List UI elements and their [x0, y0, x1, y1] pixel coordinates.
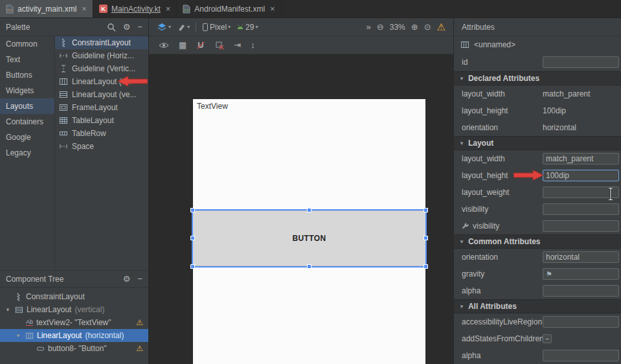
- palette-category-buttons[interactable]: Buttons: [0, 67, 54, 83]
- resize-handle[interactable]: [190, 208, 195, 212]
- palette-category-legacy[interactable]: Legacy: [0, 145, 54, 161]
- tree-item-button8[interactable]: button8- "Button" ⚠: [0, 342, 148, 355]
- autoconnect-off-icon[interactable]: [196, 41, 205, 50]
- section-common-attributes[interactable]: ▼ Common Attributes: [454, 234, 621, 249]
- section-all-attributes[interactable]: ▼ All Attributes: [454, 299, 621, 313]
- text-cursor: [607, 187, 614, 201]
- tab-mainactivity-kt[interactable]: K MainActivity.kt ×: [93, 0, 177, 17]
- tab-androidmanifest-xml[interactable]: <> AndroidManifest.xml ×: [177, 0, 281, 17]
- device-selector[interactable]: Pixel ▾: [202, 23, 231, 32]
- attr-row: visibility: [454, 218, 621, 234]
- attr-row: alpha: [454, 282, 621, 299]
- palette-category-containers[interactable]: Containers: [0, 114, 54, 130]
- tools-visibility-field[interactable]: [543, 220, 619, 232]
- section-collapse-icon[interactable]: ▼: [459, 141, 464, 146]
- orientation-field[interactable]: [543, 251, 619, 263]
- palette-category-text[interactable]: Text: [0, 52, 54, 67]
- section-declared-attributes[interactable]: ▼ Declared Attributes: [454, 71, 621, 85]
- kotlin-icon: K: [99, 5, 107, 13]
- palette-item-constraintlayout[interactable]: ConstraintLayout: [55, 36, 148, 49]
- palette-category-google[interactable]: Google: [0, 130, 54, 145]
- design-toolbar: ▾ ▾ Pixel ▾ 29 ▾ » ⊖ 33% ⊕ ⊙ ⚠: [149, 18, 453, 36]
- resize-handle[interactable]: [423, 264, 428, 269]
- chevron-down-icon[interactable]: ▼: [5, 307, 12, 313]
- dropdown-icon: ▾: [228, 24, 231, 30]
- canvas-textview[interactable]: TextView: [197, 102, 228, 111]
- surface-mode-icon[interactable]: ▾: [177, 23, 190, 32]
- palette-item-guideline-vertical[interactable]: Guideline (Vertic...: [55, 62, 148, 75]
- gravity-field[interactable]: ⚑: [543, 268, 619, 280]
- attr-value[interactable]: horizontal: [543, 123, 619, 132]
- api-level-selector[interactable]: 29 ▾: [236, 23, 258, 32]
- attr-value[interactable]: 100dip: [543, 106, 619, 115]
- section-layout[interactable]: ▼ Layout: [454, 136, 621, 150]
- attr-row: gravity ⚑: [454, 266, 621, 282]
- close-icon[interactable]: ×: [166, 5, 171, 13]
- palette-components: ConstraintLayout Guideline (Horiz... Gui…: [55, 36, 148, 270]
- visibility-field[interactable]: [543, 203, 619, 215]
- zoom-out-icon[interactable]: ⊖: [377, 23, 384, 31]
- expand-vertical-icon[interactable]: ↕: [251, 41, 255, 49]
- view-options-icon[interactable]: [159, 42, 169, 49]
- button-icon: [36, 345, 45, 353]
- tablelayout-icon: [59, 116, 68, 125]
- device-screen[interactable]: TextView BUTTON: [193, 99, 425, 364]
- tree-item-constraintlayout[interactable]: ConstraintLayout: [0, 290, 148, 303]
- warnings-icon[interactable]: ⚠: [437, 22, 446, 32]
- resize-handle[interactable]: [423, 236, 428, 240]
- section-collapse-icon[interactable]: ▼: [459, 304, 464, 310]
- framelayout-icon: [59, 103, 68, 112]
- section-collapse-icon[interactable]: ▼: [459, 239, 464, 245]
- zoom-to-fit-icon[interactable]: ⊙: [424, 23, 431, 31]
- alpha-all-field[interactable]: [543, 350, 619, 361]
- design-surface-icon[interactable]: ▾: [157, 23, 171, 32]
- layout-width-field[interactable]: [543, 153, 619, 165]
- blueprint-icon[interactable]: ▦: [179, 41, 186, 49]
- resize-handle[interactable]: [190, 264, 195, 269]
- palette-category-layouts[interactable]: Layouts: [0, 98, 54, 114]
- pack-icon[interactable]: ⇥: [234, 41, 241, 49]
- palette-item-tablerow[interactable]: TableRow: [55, 127, 148, 140]
- xml-file-icon: <>: [6, 5, 14, 14]
- close-icon[interactable]: ×: [82, 5, 87, 13]
- palette-category-common[interactable]: Common: [0, 36, 54, 52]
- clear-constraints-icon[interactable]: [215, 41, 224, 50]
- attr-row: layout_width: [454, 150, 621, 167]
- checkbox-indeterminate-icon[interactable]: −: [543, 334, 552, 343]
- zoom-in-icon[interactable]: ⊕: [411, 23, 418, 31]
- design-canvas[interactable]: TextView BUTTON: [149, 54, 453, 364]
- chevron-down-icon[interactable]: ▼: [16, 333, 22, 339]
- palette-item-space[interactable]: Space: [55, 140, 148, 153]
- attr-label: alpha: [462, 286, 543, 295]
- minimize-icon[interactable]: −: [137, 275, 142, 283]
- resize-handle[interactable]: [307, 264, 311, 269]
- tree-item-linearlayout-horizontal[interactable]: ▼ LinearLayout(horizontal): [0, 329, 148, 342]
- close-icon[interactable]: ×: [270, 5, 275, 13]
- palette-item-framelayout[interactable]: FrameLayout: [55, 101, 148, 114]
- minimize-icon[interactable]: −: [137, 23, 142, 31]
- tree-item-textview2[interactable]: Ab textView2- "TextView" ⚠: [0, 316, 148, 329]
- search-icon[interactable]: [107, 23, 116, 32]
- resize-handle[interactable]: [307, 208, 311, 212]
- resize-handle[interactable]: [190, 236, 195, 240]
- palette-item-guideline-horizontal[interactable]: Guideline (Horiz...: [55, 49, 148, 62]
- tab-activity-main-xml[interactable]: <> activity_main.xml ×: [0, 0, 93, 17]
- gear-icon[interactable]: ⚙: [123, 23, 131, 31]
- attr-value[interactable]: match_parent: [543, 89, 619, 98]
- overflow-icon[interactable]: »: [367, 23, 371, 31]
- palette-category-widgets[interactable]: Widgets: [0, 83, 54, 98]
- selected-component-row: <unnamed>: [454, 36, 621, 53]
- dropdown-icon: ▾: [168, 24, 171, 30]
- linearlayout-horizontal-icon: [25, 332, 34, 340]
- layout-height-field[interactable]: [543, 170, 619, 181]
- attr-label: alpha: [462, 351, 543, 360]
- tree-item-linearlayout-vertical[interactable]: ▼ LinearLayout(vertical): [0, 303, 148, 316]
- section-collapse-icon[interactable]: ▼: [459, 76, 464, 82]
- accessibility-live-region-field[interactable]: [543, 316, 619, 328]
- palette-item-tablelayout[interactable]: TableLayout: [55, 114, 148, 127]
- alpha-field[interactable]: [543, 285, 619, 297]
- id-field[interactable]: [543, 56, 619, 68]
- resize-handle[interactable]: [423, 208, 428, 212]
- palette-item-linearlayout-vertical[interactable]: LinearLayout (ve...: [55, 88, 148, 101]
- gear-icon[interactable]: ⚙: [123, 275, 131, 283]
